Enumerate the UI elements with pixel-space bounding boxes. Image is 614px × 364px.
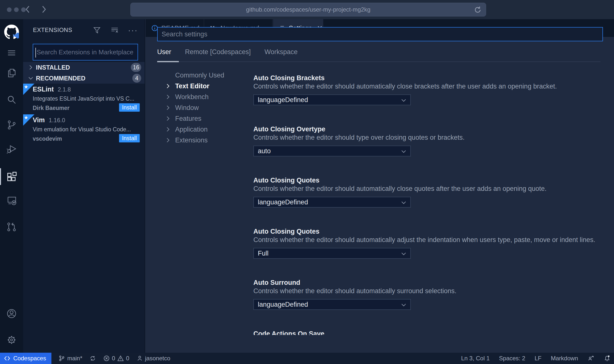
scope-tab-remote[interactable]: Remote [Codespaces]	[185, 48, 251, 62]
toc-workbench[interactable]: Workbench	[165, 91, 248, 102]
github-pull-requests-button[interactable]	[0, 217, 23, 236]
clear-extension-search-icon[interactable]	[110, 26, 119, 34]
filter-icon[interactable]	[92, 26, 101, 34]
chevron-right-icon	[165, 126, 171, 133]
chevron-down-icon	[400, 251, 407, 257]
warnings-icon	[117, 355, 124, 362]
address-bar[interactable]: github.com/codespaces/user-my-project-mg…	[130, 3, 486, 16]
install-button[interactable]: Install	[119, 134, 140, 142]
search-button[interactable]	[0, 90, 23, 109]
setting-select[interactable]: languageDefined	[253, 197, 411, 208]
setting-select[interactable]: languageDefined	[253, 94, 411, 105]
extensions-button[interactable]	[0, 167, 23, 186]
accounts-button[interactable]	[0, 304, 23, 323]
feedback-icon	[587, 355, 594, 362]
menu-button[interactable]	[0, 44, 23, 62]
scope-tab-workspace[interactable]: Workspace	[264, 48, 298, 62]
scope-tab-user[interactable]: User	[157, 48, 171, 62]
sidebar-title: EXTENSIONS	[33, 27, 72, 33]
browser-chrome: github.com/codespaces/user-my-project-mg…	[0, 0, 614, 19]
sync-indicator[interactable]	[89, 355, 96, 362]
extension-version: 1.16.0	[49, 117, 65, 124]
chevron-right-icon	[165, 83, 171, 89]
toc-commonly-used[interactable]: Commonly Used	[165, 72, 248, 81]
setting-title: Auto Surround	[253, 276, 614, 285]
chevron-down-icon	[400, 97, 407, 104]
remote-explorer-button[interactable]	[0, 191, 23, 210]
chevron-right-icon	[38, 4, 49, 15]
setting-auto-surround: Auto Surround Controls whether the edito…	[253, 276, 614, 328]
problems-indicator[interactable]: 0 0	[103, 355, 129, 362]
window-minimize-button[interactable]	[14, 7, 19, 12]
user-indicator[interactable]: jasonetco	[136, 355, 170, 362]
run-debug-button[interactable]	[0, 140, 23, 159]
workbench: EXTENSIONS ···	[0, 19, 614, 353]
browser-back-button[interactable]	[23, 4, 33, 15]
notifications-button[interactable]	[604, 355, 611, 362]
setting-auto-closing-brackets: Auto Closing Brackets Controls whether t…	[253, 72, 614, 123]
extensions-sidebar: EXTENSIONS ···	[23, 19, 145, 353]
git-branch-icon	[58, 355, 65, 362]
explorer-button[interactable]	[0, 63, 23, 82]
setting-description: Controls whether the editor should autom…	[253, 83, 614, 91]
chevron-right-icon	[165, 94, 171, 100]
debug-icon	[6, 144, 17, 155]
cursor-position-indicator[interactable]: Ln 3, Col 1	[461, 355, 490, 362]
settings-gear-button[interactable]	[0, 331, 23, 349]
feedback-button[interactable]	[587, 355, 594, 362]
codespaces-remote-indicator[interactable]: Codespaces	[0, 353, 51, 364]
settings-search-box[interactable]	[157, 27, 603, 41]
setting-description: Controls whether the editor should autom…	[253, 185, 614, 193]
setting-code-actions-on-save: Code Actions On Save	[253, 328, 614, 335]
more-actions-icon[interactable]: ···	[128, 28, 138, 32]
indentation-indicator[interactable]: Spaces: 2	[499, 355, 525, 362]
setting-description: Controls whether the editor should type …	[253, 134, 614, 142]
setting-title: Auto Closing Brackets	[253, 72, 614, 80]
toc-extensions[interactable]: Extensions	[165, 135, 248, 146]
settings-toc: Commonly Used Text Editor Workbench Wind…	[165, 72, 248, 146]
toc-application[interactable]: Application	[165, 124, 248, 135]
toc-window[interactable]: Window	[165, 102, 248, 113]
setting-title: Auto Closing Quotes	[253, 174, 614, 182]
account-icon	[6, 308, 17, 319]
section-installed[interactable]: INSTALLED 16	[23, 62, 145, 73]
source-control-button[interactable]	[0, 116, 23, 134]
errors-icon	[103, 355, 110, 362]
extension-publisher: vscodevim	[33, 136, 62, 142]
eol-indicator[interactable]: LF	[535, 355, 541, 362]
install-button[interactable]: Install	[119, 103, 140, 112]
chevron-right-icon	[165, 115, 171, 122]
settings-search-input[interactable]	[158, 28, 602, 41]
errors-count: 0	[112, 355, 115, 362]
star-icon: ★	[24, 115, 28, 121]
setting-select[interactable]: Full	[253, 248, 411, 259]
extension-search-input[interactable]	[33, 44, 138, 60]
window-close-button[interactable]	[7, 7, 12, 12]
toc-features[interactable]: Features	[165, 113, 248, 124]
setting-select[interactable]: auto	[253, 146, 411, 156]
text-cursor	[35, 48, 36, 58]
toc-text-editor[interactable]: Text Editor	[165, 81, 248, 91]
reload-icon[interactable]	[474, 6, 482, 14]
extension-item-vim[interactable]: ★ Vim 1.16.0 Vim emulation for Visual St…	[23, 114, 145, 144]
section-count-badge: 4	[132, 74, 141, 83]
browser-forward-button[interactable]	[38, 4, 49, 15]
settings-content: Commonly Used Text Editor Workbench Wind…	[146, 72, 614, 335]
setting-auto-closing-quotes-2: Auto Closing Quotes Controls whether the…	[253, 225, 614, 276]
chevron-down-icon	[28, 75, 34, 81]
branch-indicator[interactable]: main*	[58, 355, 82, 362]
section-recommended[interactable]: RECOMMENDED 4	[23, 73, 145, 84]
branch-label: main*	[67, 355, 82, 362]
language-mode-indicator[interactable]: Markdown	[551, 355, 578, 362]
remote-explorer-icon	[6, 195, 17, 206]
extension-name: ESLint	[33, 86, 54, 93]
bell-icon	[604, 355, 611, 362]
warnings-count: 0	[126, 355, 129, 362]
setting-select[interactable]: languageDefined	[253, 299, 411, 310]
extension-search-box[interactable]	[33, 44, 138, 61]
extensions-icon	[6, 171, 17, 182]
extension-version: 2.1.8	[58, 86, 71, 93]
extension-description: Integrates ESLint JavaScript into VS C..…	[33, 95, 140, 102]
setting-auto-closing-overtype: Auto Closing Overtype Controls whether t…	[253, 123, 614, 174]
extension-item-eslint[interactable]: ★ ESLint 2.1.8 Integrates ESLint JavaScr…	[23, 84, 145, 114]
